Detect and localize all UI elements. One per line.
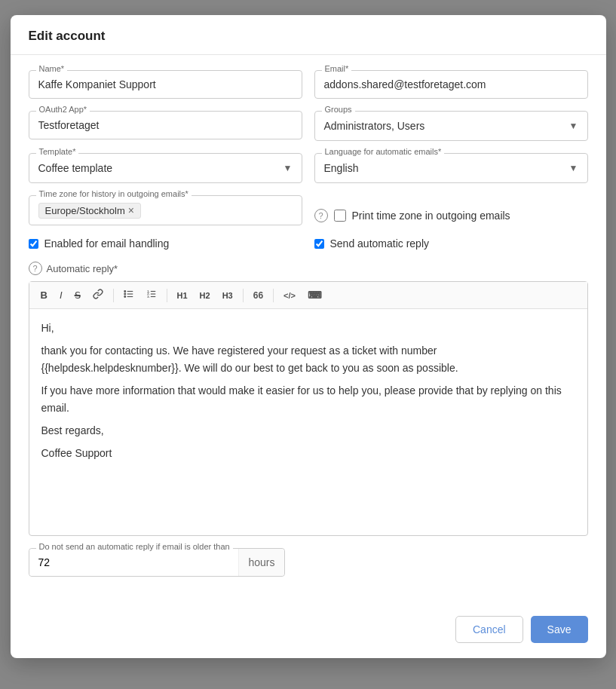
language-label: Language for automatic emails* (322, 147, 445, 156)
code-button[interactable]: </> (278, 289, 301, 302)
bold-button[interactable]: B (35, 287, 53, 303)
modal-body: Name* Email* OAuth2 App* Groups Admini (11, 55, 606, 607)
editor-container: B I S̶ 1.2.3. H1 H2 H3 (29, 281, 588, 536)
modal-footer: Cancel Save (11, 607, 606, 658)
send-reply-label: Send automatic reply (330, 237, 430, 250)
groups-label: Groups (322, 105, 355, 114)
modal-title: Edit account (29, 29, 106, 43)
oauth2-label: OAuth2 App* (36, 105, 90, 114)
h1-button[interactable]: H1 (172, 289, 193, 302)
timezone-label: Time zone for history in outgoing emails… (36, 189, 192, 198)
reply-editor[interactable]: Hi, thank you for contacting us. We have… (29, 309, 587, 535)
modal-overlay: Edit account Name* Email* OAuth2 App* (0, 0, 616, 689)
toolbar-sep-2 (167, 289, 167, 302)
ol-button[interactable]: 1.2.3. (141, 286, 162, 304)
save-button[interactable]: Save (531, 616, 588, 643)
timezone-field: Time zone for history in outgoing emails… (29, 195, 302, 225)
print-tz-container: ? Print time zone in outgoing emails (314, 195, 588, 222)
template-label: Template* (36, 147, 79, 156)
hours-suffix: hours (238, 549, 283, 576)
auto-reply-section-label: ? Automatic reply* (29, 262, 588, 275)
no-reply-field: Do not send an automatic reply if email … (29, 548, 588, 577)
name-input[interactable] (29, 70, 302, 99)
timezone-input-area[interactable]: Europe/Stockholm × (29, 195, 302, 225)
groups-field: Groups Administrators, Users ▼ (314, 111, 588, 141)
h2-button[interactable]: H2 (195, 289, 216, 302)
name-email-row: Name* Email* (29, 70, 588, 99)
editor-toolbar: B I S̶ 1.2.3. H1 H2 H3 (29, 282, 587, 309)
email-label: Email* (322, 64, 352, 73)
svg-point-4 (124, 293, 125, 295)
groups-value: Administrators, Users (324, 120, 425, 132)
checkboxes-row: Enabled for email handling Send automati… (29, 237, 588, 250)
auto-reply-label: Automatic reply* (47, 263, 118, 274)
italic-button[interactable]: I (54, 287, 68, 303)
template-select[interactable]: Coffee template ▼ (29, 153, 302, 183)
reply-line-3: If you have more information that would … (41, 382, 575, 416)
reply-line-2: thank you for contacting us. We have reg… (41, 342, 575, 376)
cancel-button[interactable]: Cancel (455, 616, 523, 643)
enabled-col: Enabled for email handling (29, 237, 302, 250)
hours-input[interactable] (29, 549, 239, 576)
reply-line-5: Coffee Support (41, 445, 575, 461)
language-field: Language for automatic emails* English ▼ (314, 153, 588, 183)
timezone-row: Time zone for history in outgoing emails… (29, 195, 588, 225)
oauth2-input[interactable] (29, 111, 302, 139)
send-reply-col: Send automatic reply (314, 237, 588, 250)
edit-account-modal: Edit account Name* Email* OAuth2 App* (11, 15, 606, 658)
h3-button[interactable]: H3 (217, 289, 238, 302)
name-label: Name* (36, 64, 68, 73)
language-chevron-icon: ▼ (569, 163, 578, 173)
svg-point-3 (124, 291, 125, 292)
template-chevron-icon: ▼ (283, 163, 293, 173)
timezone-tag: Europe/Stockholm × (38, 203, 141, 219)
email-field: Email* (314, 70, 588, 99)
template-field: Template* Coffee template ▼ (29, 153, 302, 183)
link-button[interactable] (87, 286, 109, 304)
reply-line-4: Best regards, (41, 422, 575, 439)
print-tz-row: Print time zone in outgoing emails (334, 210, 510, 222)
name-field: Name* (29, 70, 302, 99)
oauth-groups-row: OAuth2 App* Groups Administrators, Users… (29, 111, 588, 141)
template-value: Coffee template (38, 162, 113, 174)
template-language-row: Template* Coffee template ▼ Language for… (29, 153, 588, 183)
timezone-remove-icon[interactable]: × (128, 205, 134, 216)
enabled-label: Enabled for email handling (44, 237, 170, 250)
print-tz-checkbox[interactable] (334, 210, 346, 222)
timezone-help-icon[interactable]: ? (314, 209, 328, 222)
groups-select[interactable]: Administrators, Users ▼ (314, 111, 588, 141)
toolbar-sep-4 (273, 289, 274, 302)
codeblock-button[interactable]: ⌨ (302, 287, 327, 303)
timezone-tag-value: Europe/Stockholm (45, 205, 125, 216)
print-tz-label: Print time zone in outgoing emails (352, 210, 510, 222)
modal-header: Edit account (11, 15, 606, 55)
auto-reply-help-icon[interactable]: ? (29, 262, 42, 275)
toolbar-sep-1 (113, 289, 114, 302)
svg-point-5 (124, 296, 125, 298)
groups-chevron-icon: ▼ (569, 121, 578, 131)
oauth2-field: OAuth2 App* (29, 111, 302, 141)
ul-button[interactable] (118, 286, 139, 304)
send-reply-checkbox[interactable] (314, 239, 324, 249)
no-reply-label: Do not send an automatic reply if email … (36, 542, 233, 551)
email-input[interactable] (314, 70, 588, 99)
enabled-checkbox[interactable] (29, 239, 38, 249)
reply-line-1: Hi, (41, 320, 575, 336)
language-select[interactable]: English ▼ (314, 153, 588, 183)
quote-button[interactable]: 66 (248, 288, 268, 303)
svg-text:3.: 3. (147, 295, 149, 299)
toolbar-sep-3 (243, 289, 244, 302)
strikethrough-button[interactable]: S̶ (69, 287, 86, 303)
hours-input-wrap: hours (29, 548, 285, 577)
language-value: English (324, 162, 359, 174)
